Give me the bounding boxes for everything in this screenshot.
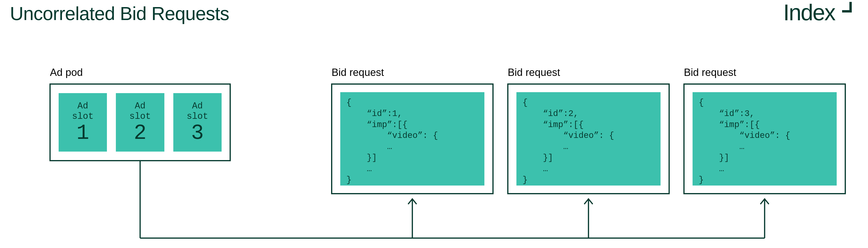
- bid-label: Bid request: [684, 66, 736, 78]
- ad-slot: Ad slot 1: [59, 93, 107, 151]
- ad-slot: Ad slot 3: [173, 93, 222, 151]
- ad-slot-number: 2: [134, 122, 147, 144]
- adpod-box: Ad slot 1 Ad slot 2 Ad slot 3: [50, 83, 231, 161]
- bid-code: { “id”:1, “imp”:[{ “video”: { … }] … }: [340, 92, 485, 186]
- adpod-label: Ad pod: [50, 66, 83, 78]
- brand-text: Index: [783, 1, 836, 25]
- ad-slot: Ad slot 2: [116, 93, 164, 151]
- bid-code: { “id”:2, “imp”:[{ “video”: { … }] … }: [517, 92, 660, 186]
- bid-box: { “id”:1, “imp”:[{ “video”: { … }] … }: [331, 83, 494, 194]
- bid-label: Bid request: [508, 66, 560, 78]
- ad-slot-number: 1: [76, 122, 89, 144]
- ad-slot-label: Ad slot: [187, 101, 208, 121]
- page-title: Uncorrelated Bid Requests: [10, 3, 229, 25]
- brand-logo: Index: [783, 1, 854, 27]
- bid-label: Bid request: [332, 66, 384, 78]
- bid-code: { “id”:3, “imp”:[{ “video”: { … }] … }: [692, 92, 837, 186]
- bid-box: { “id”:3, “imp”:[{ “video”: { … }] … }: [683, 83, 846, 194]
- ad-slot-label: Ad slot: [129, 101, 151, 121]
- bid-box: { “id”:2, “imp”:[{ “video”: { … }] … }: [507, 83, 670, 194]
- ad-slot-label: Ad slot: [72, 101, 93, 121]
- ad-slot-number: 3: [191, 122, 204, 144]
